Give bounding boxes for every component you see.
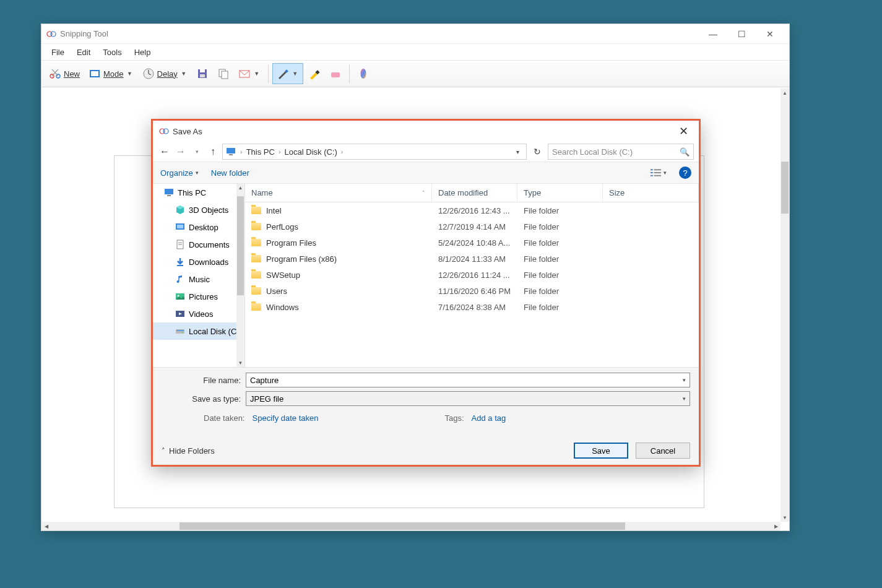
folder-icon — [251, 287, 261, 295]
tree-item-pictures[interactable]: Pictures — [153, 288, 244, 305]
tree-item-this-pc[interactable]: This PC — [153, 184, 244, 201]
file-date: 12/7/2019 4:14 AM — [432, 222, 517, 231]
file-row[interactable]: Users11/16/2020 6:46 PMFile folder — [245, 283, 699, 299]
column-name[interactable]: Name˄ — [245, 184, 432, 202]
breadcrumb-this-pc[interactable]: This PC — [246, 147, 275, 157]
menu-edit[interactable]: Edit — [71, 46, 97, 59]
file-type: File folder — [517, 238, 603, 248]
highlighter-button[interactable] — [305, 63, 324, 84]
chevron-right-icon: › — [238, 148, 245, 155]
column-date[interactable]: Date modified — [432, 184, 517, 202]
svg-rect-23 — [654, 172, 661, 173]
menu-help[interactable]: Help — [128, 46, 157, 59]
paint3d-button[interactable] — [353, 63, 373, 84]
file-row[interactable]: Intel12/26/2016 12:43 ...File folder — [245, 202, 699, 218]
dialog-close-button[interactable]: ✕ — [674, 123, 693, 139]
cancel-button[interactable]: Cancel — [636, 443, 690, 459]
breadcrumb[interactable]: › This PC › Local Disk (C:) › ▾ — [222, 144, 527, 160]
pen-button[interactable]: ▼ — [272, 63, 303, 84]
hide-folders-button[interactable]: ˄Hide Folders — [162, 446, 215, 456]
chevron-right-icon: › — [276, 148, 283, 155]
new-folder-button[interactable]: New folder — [211, 168, 249, 178]
refresh-button[interactable]: ↻ — [529, 144, 545, 160]
svg-rect-5 — [91, 71, 98, 76]
column-type[interactable]: Type — [517, 184, 603, 202]
view-button[interactable]: ▾ — [651, 165, 667, 181]
tags-link[interactable]: Add a tag — [472, 413, 506, 423]
file-type: File folder — [517, 270, 603, 280]
back-button[interactable]: ← — [158, 145, 171, 158]
file-row[interactable]: SWSetup12/26/2016 11:24 ...File folder — [245, 267, 699, 283]
desktop-icon — [175, 222, 185, 232]
paint3d-icon — [357, 67, 370, 80]
folder-tree: This PC3D ObjectsDesktopDocumentsDownloa… — [153, 184, 244, 367]
chevron-down-icon: ˄ — [162, 447, 165, 455]
tree-item-local-disk-c-[interactable]: Local Disk (C:) — [153, 322, 244, 340]
scroll-up-icon[interactable]: ▲ — [780, 89, 789, 97]
scroll-up-icon[interactable]: ▲ — [236, 184, 244, 192]
search-icon: 🔍 — [680, 147, 690, 157]
help-button[interactable]: ? — [679, 166, 691, 179]
filename-row: File name: Capture▾ — [162, 373, 690, 387]
tree-item-documents[interactable]: Documents — [153, 236, 244, 253]
tree-item-label: Local Disk (C:) — [189, 327, 241, 336]
file-name: Program Files (x86) — [266, 254, 337, 264]
date-taken-link[interactable]: Specify date taken — [253, 413, 319, 423]
tree-item-downloads[interactable]: Downloads — [153, 253, 244, 270]
filename-input[interactable]: Capture▾ — [246, 373, 690, 387]
delay-label: Delay — [157, 69, 178, 79]
filename-label: File name: — [162, 376, 241, 385]
tree-item-3d-objects[interactable]: 3D Objects — [153, 201, 244, 218]
mode-button[interactable]: Mode ▼ — [85, 63, 137, 84]
save-button[interactable] — [192, 63, 212, 84]
up-button[interactable]: ↑ — [206, 145, 220, 158]
scroll-thumb[interactable] — [781, 162, 789, 214]
save-button[interactable]: Save — [574, 443, 628, 459]
file-row[interactable]: Windows7/16/2024 8:38 AMFile folder — [245, 299, 699, 315]
menu-file[interactable]: File — [45, 46, 71, 59]
menu-tools[interactable]: Tools — [97, 46, 128, 59]
chevron-down-icon: ▾ — [683, 377, 686, 383]
doc-icon — [175, 240, 185, 249]
scroll-thumb[interactable] — [179, 522, 625, 530]
tree-scrollbar[interactable]: ▲▼ — [236, 184, 244, 367]
scroll-thumb[interactable] — [237, 196, 244, 295]
filetype-select[interactable]: JPEG file▾ — [246, 391, 690, 406]
vertical-scrollbar[interactable]: ▲ ▼ — [780, 89, 789, 522]
horizontal-scrollbar[interactable]: ◀ ▶ — [42, 522, 780, 530]
search-input[interactable]: Search Local Disk (C:) 🔍 — [548, 144, 694, 160]
tree-item-videos[interactable]: Videos — [153, 305, 244, 322]
recent-dropdown[interactable]: ▾ — [190, 145, 204, 158]
file-date: 12/26/2016 11:24 ... — [432, 270, 517, 280]
floppy-icon — [196, 67, 209, 80]
chevron-down-icon[interactable]: ▾ — [511, 149, 524, 155]
organize-button[interactable]: Organize▾ — [160, 168, 199, 178]
close-button[interactable]: ✕ — [756, 25, 784, 43]
forward-button[interactable]: → — [174, 145, 188, 158]
column-size[interactable]: Size — [603, 184, 699, 202]
tree-item-desktop[interactable]: Desktop — [153, 218, 244, 236]
scroll-right-icon[interactable]: ▶ — [772, 522, 780, 530]
minimize-button[interactable]: — — [699, 25, 727, 43]
file-row[interactable]: Program Files5/24/2024 10:48 A...File fo… — [245, 235, 699, 251]
new-snip-button[interactable]: New — [45, 63, 84, 84]
tree-item-music[interactable]: Music — [153, 270, 244, 288]
breadcrumb-local-disk[interactable]: Local Disk (C:) — [285, 147, 337, 157]
chevron-down-icon: ▼ — [253, 71, 261, 77]
file-date: 5/24/2024 10:48 A... — [432, 238, 517, 248]
scroll-left-icon[interactable]: ◀ — [42, 522, 51, 530]
maximize-button[interactable]: ☐ — [727, 25, 756, 43]
scroll-down-icon[interactable]: ▼ — [780, 513, 789, 522]
file-row[interactable]: Program Files (x86)8/1/2024 11:33 AMFile… — [245, 251, 699, 267]
svg-rect-39 — [176, 330, 184, 331]
copy-button[interactable] — [214, 63, 233, 84]
scroll-down-icon[interactable]: ▼ — [236, 359, 244, 367]
eraser-button[interactable] — [326, 63, 345, 84]
envelope-icon — [238, 67, 251, 80]
command-bar: Organize▾ New folder ▾ ? — [153, 162, 699, 184]
menubar: File Edit Tools Help — [41, 44, 789, 60]
send-button[interactable]: ▼ — [235, 63, 264, 84]
tree-item-label: 3D Objects — [189, 205, 228, 215]
file-row[interactable]: PerfLogs12/7/2019 4:14 AMFile folder — [245, 218, 699, 235]
delay-button[interactable]: Delay ▼ — [139, 63, 191, 84]
